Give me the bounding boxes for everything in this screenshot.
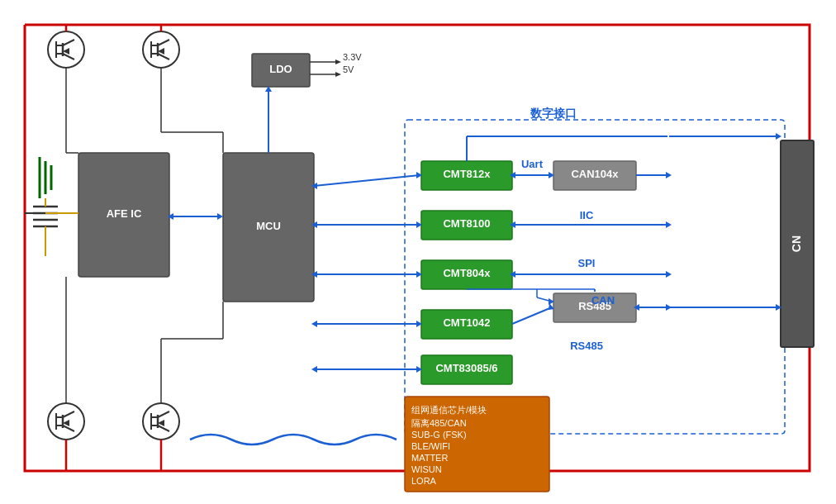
mosfet-4: [143, 403, 179, 440]
cmt83085-label: CMT83085/6: [435, 362, 497, 374]
cmt812x-label: CMT812x: [443, 168, 491, 180]
uart-label: Uart: [521, 158, 544, 170]
cmt1042-label: CMT1042: [443, 316, 490, 329]
rs485-interface-label: RS485: [570, 340, 603, 352]
svg-marker-58: [666, 271, 672, 278]
cmt8100-label: CMT8100: [443, 217, 490, 230]
digital-interface-title: 数字接口: [530, 107, 577, 120]
battery: [25, 157, 58, 256]
spi-label: SPI: [578, 257, 596, 269]
networking-line7: LORA: [411, 476, 437, 486]
diagram: 数字接口: [0, 0, 836, 504]
svg-marker-30: [335, 59, 341, 64]
cmt804x-label: CMT804x: [443, 267, 491, 279]
networking-line2: 隔离485/CAN: [411, 418, 467, 428]
svg-line-68: [512, 274, 552, 296]
svg-marker-47: [311, 321, 317, 327]
svg-line-63: [512, 307, 552, 324]
mosfet-1: [48, 31, 84, 68]
can104x-label: CAN104x: [571, 168, 619, 180]
networking-line3: SUB-G (FSK): [411, 430, 467, 440]
svg-marker-75: [776, 133, 781, 140]
afe-ic-label: AFE IC: [107, 207, 142, 220]
svg-line-36: [314, 175, 420, 186]
svg-marker-35: [217, 213, 223, 220]
networking-line5: MATTER: [411, 453, 448, 463]
svg-marker-50: [311, 366, 317, 373]
ldo-3v3-label: 3.3V: [343, 52, 362, 62]
networking-line6: WISUN: [411, 464, 442, 474]
can-label: CAN: [591, 294, 615, 307]
ldo-label: LDO: [269, 63, 292, 75]
mosfet-2: [143, 31, 179, 68]
svg-marker-73: [666, 172, 672, 178]
iic-label: IIC: [580, 209, 594, 221]
svg-marker-32: [335, 72, 341, 77]
svg-marker-55: [666, 221, 672, 228]
cn-label: CN: [790, 235, 803, 252]
networking-line1: 组网通信芯片/模块: [411, 405, 487, 415]
networking-line4: BLE/WIFI: [411, 441, 450, 451]
mosfet-3: [48, 403, 84, 440]
ldo-5v-label: 5V: [343, 64, 354, 74]
mcu-label: MCU: [256, 220, 281, 232]
wave-line: [190, 435, 397, 445]
